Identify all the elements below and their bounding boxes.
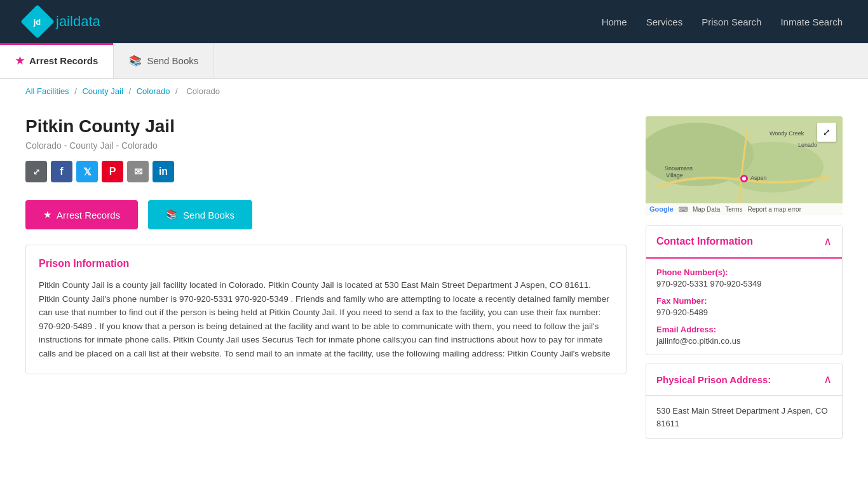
logo-initials: jd [34, 17, 41, 27]
phone-label: Phone Number(s): [656, 268, 832, 277]
action-buttons: ★ Arrest Records 📚 Send Books [25, 200, 627, 229]
svg-point-2 [722, 142, 824, 193]
breadcrumb-separator-2: / [128, 86, 133, 96]
prison-info-text: Pitkin County Jail is a county jail faci… [39, 278, 613, 361]
tab-arrest-records[interactable]: ★ Arrest Records [0, 43, 114, 78]
linkedin-button[interactable]: in [153, 161, 174, 182]
svg-text:Woody Creek: Woody Creek [770, 130, 804, 137]
breadcrumb-separator-3: / [175, 86, 180, 96]
send-books-label: Send Books [183, 210, 234, 220]
chevron-up-icon-address[interactable]: ∧ [824, 372, 832, 386]
logo-data: data [73, 13, 100, 29]
svg-point-4 [742, 177, 746, 180]
address-card-title: Physical Prison Address: [656, 374, 771, 385]
nav-services[interactable]: Services [646, 17, 683, 27]
svg-text:Lenado: Lenado [798, 142, 817, 148]
tab-send-books[interactable]: 📚 Send Books [114, 43, 214, 78]
prison-info-title: Prison Information [39, 258, 613, 269]
map-data-label: Map Data [693, 206, 720, 213]
star-icon-btn: ★ [43, 209, 51, 220]
book-icon: 📚 [129, 55, 142, 67]
facebook-button[interactable]: f [51, 161, 72, 182]
phone-value: 970-920-5331 970-920-5349 [656, 279, 832, 288]
google-logo: Google [649, 205, 674, 213]
twitter-button[interactable]: 𝕏 [76, 161, 98, 182]
book-icon-btn: 📚 [166, 209, 178, 220]
map-expand-button[interactable]: ⤢ [817, 123, 836, 142]
tab-arrest-records-label: Arrest Records [29, 55, 98, 66]
map-terms[interactable]: Terms [725, 206, 742, 213]
chevron-up-icon[interactable]: ∧ [824, 234, 832, 248]
arrest-records-button[interactable]: ★ Arrest Records [25, 200, 138, 229]
address-card-body: 530 East Main Street Department J Aspen,… [646, 396, 842, 438]
content-right: Woody Creek Lenado Snowmass Village Aspe… [646, 116, 843, 447]
logo-text: jaildata [56, 13, 100, 30]
star-icon: ★ [15, 55, 24, 67]
svg-text:Aspen: Aspen [750, 175, 767, 181]
breadcrumb-separator-1: / [74, 86, 79, 96]
breadcrumb-current: Colorado [186, 86, 220, 96]
breadcrumb: All Facilities / County Jail / Colorado … [0, 79, 868, 104]
fax-label: Fax Number: [656, 296, 832, 306]
svg-text:Village: Village [666, 172, 683, 179]
fax-value: 970-920-5489 [656, 308, 832, 317]
address-value: 530 East Main Street Department J Aspen,… [656, 405, 832, 430]
page-subtitle: Colorado - County Jail - Colorado [25, 140, 627, 151]
logo-diamond: jd [20, 4, 55, 39]
main-container: Pitkin County Jail Colorado - County Jai… [0, 104, 868, 459]
map-container: Woody Creek Lenado Snowmass Village Aspe… [646, 116, 843, 215]
nav-prison-search[interactable]: Prison Search [702, 17, 761, 27]
svg-text:Snowmass: Snowmass [665, 165, 693, 172]
map-footer: Google ⌨ Map Data Terms Report a map err… [646, 203, 843, 215]
email-button[interactable]: ✉ [127, 161, 149, 182]
nav-home[interactable]: Home [602, 17, 627, 27]
logo: jd jaildata [25, 10, 100, 34]
keyboard-icon: ⌨ [679, 206, 688, 213]
main-nav: Home Services Prison Search Inmate Searc… [602, 17, 843, 27]
prison-info-box: Prison Information Pitkin County Jail is… [25, 245, 627, 374]
nav-inmate-search[interactable]: Inmate Search [780, 17, 843, 27]
send-books-button[interactable]: 📚 Send Books [148, 200, 252, 229]
logo-jail: jail [56, 13, 73, 29]
breadcrumb-county-jail[interactable]: County Jail [82, 86, 123, 96]
address-card: Physical Prison Address: ∧ 530 East Main… [646, 363, 843, 439]
tab-send-books-label: Send Books [147, 55, 198, 66]
contact-info-card: Contact Information ∧ Phone Number(s): 9… [646, 225, 843, 355]
contact-info-title: Contact Information [656, 236, 753, 247]
content-left: Pitkin County Jail Colorado - County Jai… [25, 116, 627, 447]
map-report[interactable]: Report a map error [747, 206, 801, 213]
email-value: jailinfo@co.pitkin.co.us [656, 336, 832, 346]
pinterest-button[interactable]: P [102, 161, 123, 182]
contact-info-header: Contact Information ∧ [646, 226, 842, 259]
breadcrumb-colorado[interactable]: Colorado [137, 86, 170, 96]
contact-info-body: Phone Number(s): 970-920-5331 970-920-53… [646, 259, 842, 355]
share-button[interactable]: ⤢ [25, 161, 47, 182]
page-title: Pitkin County Jail [25, 116, 627, 137]
arrest-records-label: Arrest Records [57, 210, 120, 220]
map-svg: Woody Creek Lenado Snowmass Village Aspe… [646, 116, 843, 215]
email-label: Email Address: [656, 325, 832, 334]
site-header: jd jaildata Home Services Prison Search … [0, 0, 868, 43]
address-card-header: Physical Prison Address: ∧ [646, 363, 842, 396]
social-icons: ⤢ f 𝕏 P ✉ in [25, 161, 627, 182]
breadcrumb-all-facilities[interactable]: All Facilities [25, 86, 69, 96]
tabs-bar: ★ Arrest Records 📚 Send Books [0, 43, 868, 79]
